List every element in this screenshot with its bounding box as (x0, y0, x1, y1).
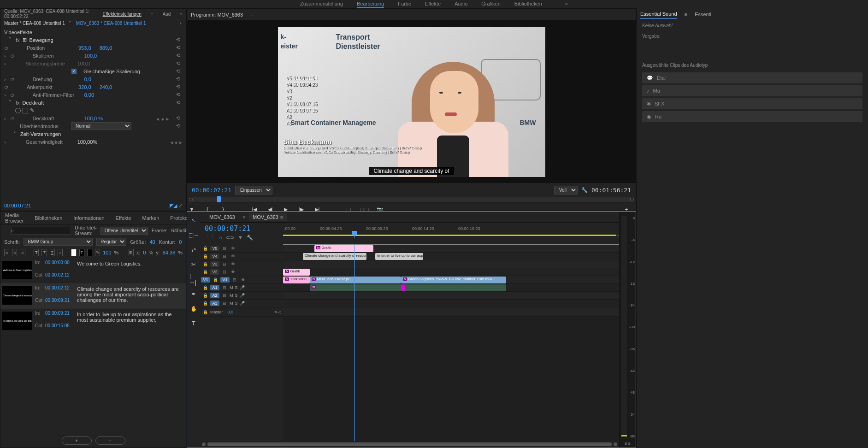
stopwatch-icon[interactable] (10, 77, 14, 82)
source-jog-icon[interactable]: ◤◢ (170, 203, 177, 208)
sync-lock-icon[interactable]: ⊟ (221, 261, 228, 267)
track-header-a2[interactable]: 🔒A2⊟MS🎤 (200, 292, 283, 300)
mute-icon[interactable]: M (230, 293, 233, 298)
mask-rect-icon[interactable] (23, 108, 28, 113)
font-size-value[interactable]: 40 (149, 239, 155, 245)
clip-a1[interactable]: fx (310, 284, 506, 291)
reset-icon[interactable] (176, 84, 183, 90)
timeline-sequence-tab[interactable]: MOV_6363 (249, 213, 287, 221)
program-menu-icon[interactable] (250, 12, 253, 18)
stream-select[interactable]: Offene Untertitel (100, 227, 148, 235)
caption-entry[interactable]: Climate change and scarcity In:00:00:02:… (0, 283, 186, 309)
reset-icon[interactable] (176, 115, 183, 122)
fx-opacity-row[interactable]: fx Deckkraft (4, 99, 183, 106)
reset-icon[interactable] (176, 53, 183, 59)
breadcrumb-caret-icon[interactable] (69, 21, 72, 26)
prop-scale-value[interactable]: 100,0 (84, 53, 97, 59)
track-header-v1[interactable]: V1🔒V1⊟👁 (200, 276, 283, 284)
lock-icon[interactable]: 🔒 (202, 292, 208, 299)
scroll-thumb[interactable] (207, 442, 612, 446)
lock-icon[interactable]: 🔒 (202, 269, 208, 275)
selection-tool-icon[interactable]: ↖ (189, 216, 198, 224)
audio-type-dialogue-button[interactable]: 💬Dial (642, 72, 862, 83)
program-tc-left[interactable]: 00:00:07:21 (192, 187, 231, 194)
clip-grafik-v2[interactable]: fxGrafik (283, 269, 310, 276)
expand-icon[interactable]: ⊳◁ (274, 310, 281, 314)
snap-icon[interactable]: ⋮⋮ (205, 235, 215, 241)
workspace-tab-editing[interactable]: Bearbeitung (357, 1, 384, 8)
essential-tab2[interactable]: Essenti (695, 12, 711, 17)
clip-v1-b[interactable]: fxMOV_6358.MOV [V] (310, 277, 401, 283)
panel-menu-icon[interactable] (685, 12, 687, 17)
lock-icon[interactable]: 🔒 (202, 253, 208, 259)
caption-out-tc[interactable]: 00:00:02:12 (45, 272, 70, 277)
lock-icon[interactable]: 🔒 (202, 245, 208, 252)
caret-icon[interactable] (4, 61, 7, 66)
italic-icon[interactable]: T (41, 249, 47, 256)
settings-icon[interactable]: 🔧 (247, 235, 253, 241)
prop-position-y[interactable]: 889,0 (100, 45, 112, 51)
clip-grafik-v5[interactable]: fxGrafik (314, 245, 373, 252)
caption-entry[interactable]: Welcome to Green Logistics In:00:00:00:0… (0, 258, 186, 283)
bg-swatch[interactable] (87, 249, 92, 256)
workspace-tab-graphics[interactable]: Grafiken (481, 1, 501, 8)
y-value[interactable]: 84,38 (163, 250, 176, 255)
track-select-tool-icon[interactable]: ⬚→ (189, 231, 198, 239)
track-header-master[interactable]: 🔒Master0,0⊳◁ (200, 307, 283, 317)
close-tab-icon[interactable]: × (242, 214, 245, 220)
sync-lock-icon[interactable]: ⊟ (221, 269, 228, 275)
visibility-icon[interactable]: 👁 (230, 261, 236, 267)
sync-lock-icon[interactable]: ⊟ (221, 253, 228, 259)
fx-motion-caret-icon[interactable] (9, 37, 13, 43)
caption-in-tc[interactable]: 00:00:09:21 (45, 311, 70, 316)
music-note-icon[interactable]: ♪ (58, 249, 63, 256)
caption-in-tc[interactable]: 00:00:02:12 (45, 285, 70, 290)
tab-effects[interactable]: Effekte (116, 215, 131, 221)
reset-icon[interactable] (176, 68, 183, 75)
monitor-zoom-select[interactable]: Einpassen (235, 186, 272, 195)
motion-direct-icon[interactable]: ⊞ (23, 37, 27, 43)
track-header-v5[interactable]: 🔒V5⊟👁 (200, 245, 283, 253)
reset-icon[interactable] (176, 60, 183, 67)
mask-pen-icon[interactable]: ✎ (30, 107, 34, 113)
keyframe-nav-icon[interactable] (156, 116, 169, 121)
position-grid-icon[interactable]: ⊞ (129, 249, 134, 256)
mask-ellipse-icon[interactable] (15, 108, 21, 113)
tab-markers[interactable]: Marken (142, 215, 159, 221)
reset-icon[interactable] (176, 76, 183, 83)
audio-type-music-button[interactable]: ♪Mu (642, 85, 862, 96)
linked-selection-icon[interactable]: ⊂⊃ (226, 235, 234, 241)
lock-icon[interactable]: 🔒 (202, 261, 208, 267)
caret-icon[interactable] (4, 139, 7, 145)
clip-v1-a[interactable]: fx1280x680_ (283, 277, 310, 283)
track-header-a3[interactable]: 🔒A3⊟MS🎤 (200, 300, 283, 307)
stopwatch-icon[interactable] (10, 53, 14, 59)
audio-type-ambience-button[interactable]: ◉Ra (642, 111, 862, 122)
visibility-icon[interactable]: 👁 (230, 269, 236, 275)
caption-out-tc[interactable]: 00:00:15:08 (45, 323, 70, 328)
timeline-tc[interactable]: 00:00:07:21 (205, 224, 278, 233)
voiceover-icon[interactable]: 🎤 (240, 285, 245, 290)
bg-color-icon[interactable]: T (79, 249, 84, 256)
timeline-scrollbar[interactable] (200, 441, 619, 448)
breadcrumb-clip[interactable]: MOV_6363 * CEA-608 Untertitel 1 (76, 21, 146, 26)
track-header-a1[interactable]: 🔒A1⊟MS🎤 (200, 284, 283, 292)
caption-opacity-value[interactable]: 100 (103, 250, 111, 255)
stopwatch-icon[interactable] (10, 116, 14, 121)
magnet-icon[interactable]: ∩ (218, 235, 222, 241)
visibility-icon[interactable]: 👁 (240, 277, 246, 283)
align-left-icon[interactable]: ≡ (4, 249, 9, 256)
caption-text-input[interactable]: Welcome to Green Logistics. (73, 258, 186, 283)
mute-icon[interactable]: M (230, 285, 233, 290)
audio-marker[interactable] (401, 284, 405, 291)
program-scrub-ruler[interactable] (192, 197, 631, 202)
program-scrub-head[interactable] (217, 196, 221, 202)
clip-v1-c[interactable]: fxGreen Logistics_TV-6-5_E-LKW_Snibbet_F… (401, 277, 506, 283)
edge-value[interactable]: 0 (179, 239, 182, 245)
add-caption-button[interactable]: + (62, 436, 92, 445)
lock-icon[interactable]: 🔒 (212, 277, 218, 283)
caption-text-input[interactable]: Climate change and scarcity of resources… (73, 283, 186, 308)
workspace-tab-audio[interactable]: Audio (455, 1, 467, 8)
font-style-select[interactable]: Regular (96, 238, 126, 246)
visibility-icon[interactable]: 👁 (230, 245, 236, 252)
